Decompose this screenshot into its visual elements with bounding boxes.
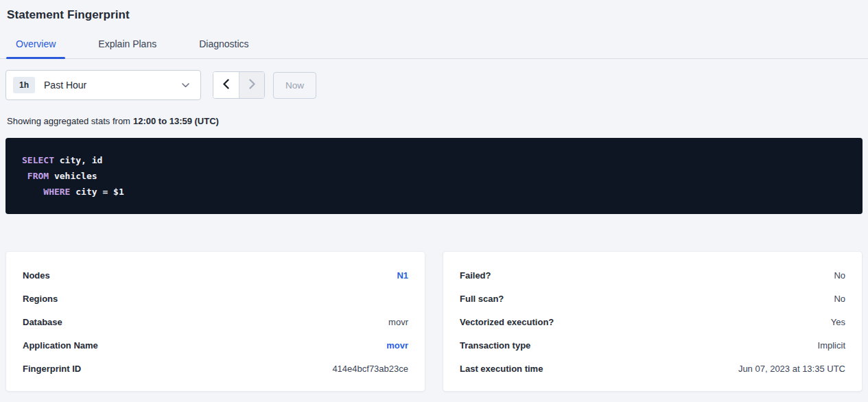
summary-label: Application Name bbox=[23, 340, 98, 351]
summary-label: Failed? bbox=[460, 270, 491, 281]
summary-label: Full scan? bbox=[460, 294, 504, 304]
summary-value: Yes bbox=[831, 317, 845, 327]
time-range-dropdown[interactable]: 1h Past Hour bbox=[5, 70, 201, 100]
time-controls: 1h Past Hour Now bbox=[5, 70, 863, 100]
statement-details-card: Nodes N1 Regions Database movr Applicati… bbox=[5, 251, 425, 392]
tab-diagnostics[interactable]: Diagnostics bbox=[189, 38, 258, 58]
summary-row-fingerprint-id: Fingerprint ID 414e4bcf73ab23ce bbox=[23, 357, 408, 380]
summary-row-full-scan: Full scan? No bbox=[460, 287, 845, 310]
sql-line: WHERE city = $1 bbox=[22, 184, 846, 200]
tab-overview[interactable]: Overview bbox=[6, 38, 65, 58]
summary-row-database: Database movr bbox=[23, 310, 408, 333]
aggregated-stats-line: Showing aggregated stats from12:00 to 13… bbox=[7, 116, 861, 126]
time-range-badge: 1h bbox=[13, 77, 35, 93]
tabs-bar: Overview Explain Plans Diagnostics bbox=[0, 38, 868, 59]
page-title: Statement Fingerprint bbox=[0, 0, 868, 22]
time-nav-arrows bbox=[213, 71, 265, 99]
sql-statement-box: SELECT city, id FROM vehicles WHERE city… bbox=[5, 138, 863, 214]
summary-row-last-execution-time: Last execution time Jun 07, 2023 at 13:3… bbox=[460, 357, 845, 380]
previous-interval-button[interactable] bbox=[213, 72, 239, 98]
tab-explain-plans[interactable]: Explain Plans bbox=[89, 38, 166, 58]
summary-row-regions: Regions bbox=[23, 287, 408, 310]
nodes-link[interactable]: N1 bbox=[397, 270, 408, 281]
summary-row-failed: Failed? No bbox=[460, 263, 845, 287]
chevron-right-icon bbox=[249, 79, 255, 92]
summary-label: Last execution time bbox=[460, 364, 543, 374]
summary-row-nodes: Nodes N1 bbox=[23, 263, 408, 287]
summary-value: movr bbox=[388, 317, 408, 327]
summary-label: Transaction type bbox=[460, 340, 530, 351]
summary-value: 414e4bcf73ab23ce bbox=[332, 364, 408, 374]
now-button[interactable]: Now bbox=[273, 72, 316, 99]
summary-value: No bbox=[834, 294, 845, 304]
next-interval-button[interactable] bbox=[239, 72, 264, 98]
summary-row-application-name: Application Name movr bbox=[23, 333, 408, 357]
summary-label: Vectorized execution? bbox=[460, 317, 554, 327]
summary-label: Fingerprint ID bbox=[23, 364, 81, 374]
summary-label: Nodes bbox=[23, 270, 50, 281]
sql-line: SELECT city, id bbox=[22, 152, 846, 168]
summary-value: Jun 07, 2023 at 13:35 UTC bbox=[738, 364, 845, 374]
sql-line: FROM vehicles bbox=[22, 168, 846, 184]
summary-label: Database bbox=[23, 317, 62, 327]
summary-cards: Nodes N1 Regions Database movr Applicati… bbox=[5, 251, 863, 392]
time-range-label: Past Hour bbox=[44, 80, 86, 91]
execution-attributes-card: Failed? No Full scan? No Vectorized exec… bbox=[443, 251, 863, 392]
summary-row-vectorized: Vectorized execution? Yes bbox=[460, 310, 845, 333]
summary-value: Implicit bbox=[818, 340, 845, 351]
application-name-link[interactable]: movr bbox=[386, 340, 408, 351]
summary-label: Regions bbox=[23, 294, 58, 304]
summary-row-transaction-type: Transaction type Implicit bbox=[460, 333, 845, 357]
stats-line-range: 12:00 to 13:59 (UTC) bbox=[133, 116, 219, 126]
summary-value: No bbox=[834, 270, 845, 281]
chevron-down-icon bbox=[182, 83, 189, 88]
stats-line-prefix: Showing aggregated stats from bbox=[7, 116, 130, 126]
chevron-left-icon bbox=[223, 79, 229, 92]
